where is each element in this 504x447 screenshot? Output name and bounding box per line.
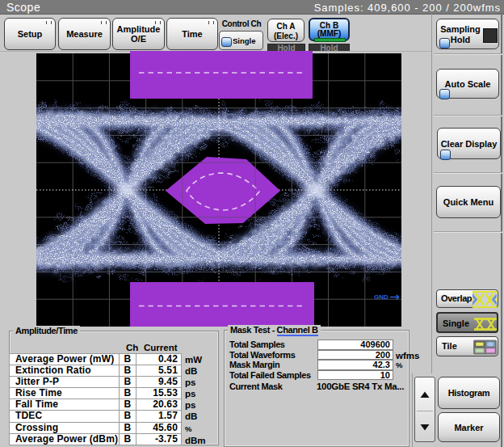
svg-text:GND: GND — [374, 293, 388, 301]
